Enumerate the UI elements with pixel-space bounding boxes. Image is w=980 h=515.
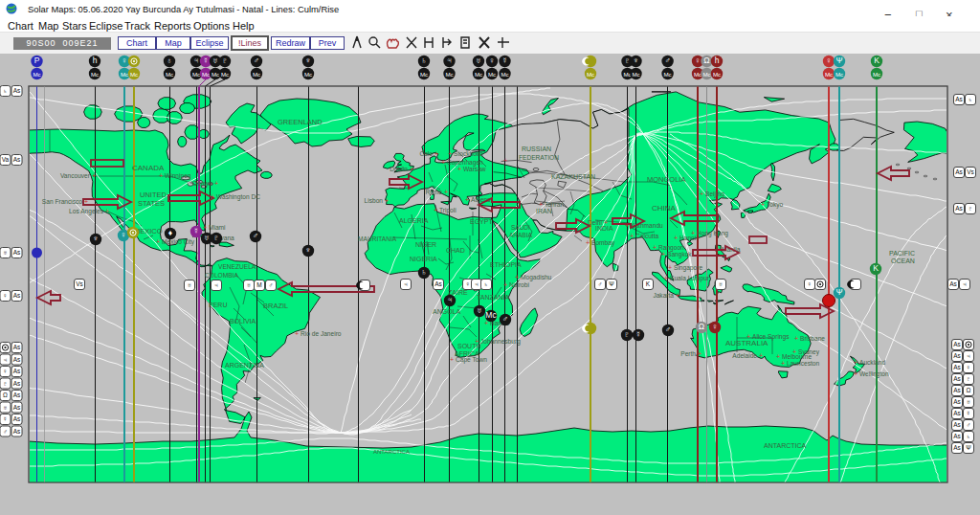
svg-text:TANZANIA: TANZANIA	[477, 294, 509, 301]
svg-text:Mc: Mc	[202, 71, 210, 78]
svg-text:Hong Kong: Hong Kong	[697, 230, 728, 237]
svg-text:+: +	[691, 230, 695, 236]
svg-text:♆: ♆	[305, 56, 311, 65]
svg-text:♃: ♃	[963, 280, 968, 287]
svg-text:♀: ♀	[808, 280, 813, 287]
svg-text:+: +	[854, 370, 858, 377]
svg-text:As: As	[13, 368, 21, 374]
svg-text:VENEZUELA: VENEZUELA	[218, 263, 256, 270]
svg-text:Alice Springs: Alice Springs	[752, 333, 790, 341]
svg-text:+: +	[295, 330, 299, 337]
svg-text:Ω: Ω	[967, 387, 971, 393]
svg-text:♇: ♇	[969, 205, 973, 212]
svg-text:CHAD: CHAD	[446, 247, 465, 254]
svg-text:ARABIA: ARABIA	[509, 232, 533, 238]
svg-text:+: +	[92, 172, 96, 179]
svg-text:+: +	[503, 157, 507, 164]
svg-text:+: +	[465, 196, 469, 203]
svg-text:As: As	[13, 356, 21, 363]
svg-text:As: As	[13, 404, 21, 411]
svg-text:☿: ☿	[3, 415, 8, 422]
svg-text:+: +	[653, 244, 657, 251]
svg-text:Mc: Mc	[445, 71, 453, 78]
svg-text:As: As	[953, 352, 961, 359]
svg-text:♂: ♂	[269, 281, 274, 288]
svg-text:Mc: Mc	[166, 71, 173, 78]
svg-text:Mc: Mc	[632, 71, 639, 78]
svg-text:+: +	[759, 352, 763, 359]
svg-text:♀: ♀	[466, 280, 471, 287]
svg-text:Melbourne: Melbourne	[782, 353, 812, 360]
svg-text:♃: ♃	[967, 352, 971, 359]
svg-text:As: As	[13, 428, 21, 435]
svg-text:+: +	[214, 180, 218, 187]
svg-text:♃: ♃	[475, 280, 479, 287]
svg-text:♇: ♇	[3, 380, 8, 387]
svg-text:♇: ♇	[222, 56, 228, 65]
svg-text:+: +	[203, 224, 207, 231]
svg-text:As: As	[13, 292, 21, 299]
svg-text:♂: ♂	[665, 325, 671, 334]
svg-text:Mc: Mc	[91, 71, 99, 78]
svg-text:Cape Town: Cape Town	[456, 356, 487, 364]
svg-text:Dublin: Dublin	[390, 166, 408, 172]
svg-text:Mc: Mc	[485, 310, 497, 320]
svg-text:+: +	[385, 197, 389, 204]
svg-text:Winnipeg: Winnipeg	[165, 172, 191, 180]
svg-text:As: As	[955, 96, 963, 102]
svg-text:☿: ☿	[203, 56, 209, 65]
svg-text:BOLIVIA: BOLIVIA	[230, 318, 256, 325]
svg-text:♀: ♀	[826, 56, 832, 65]
svg-text:ANGOLA: ANGOLA	[433, 308, 461, 315]
svg-text:As: As	[955, 205, 963, 212]
svg-text:Mc: Mc	[713, 71, 721, 78]
svg-text:♃: ♃	[447, 295, 453, 304]
svg-text:♇: ♇	[213, 233, 219, 242]
svg-text:♅: ♅	[188, 281, 192, 288]
svg-text:Delhi: Delhi	[588, 219, 603, 226]
svg-text:As: As	[949, 280, 957, 287]
svg-text:♄: ♄	[969, 96, 973, 102]
svg-text:♅: ♅	[204, 233, 210, 242]
svg-text:As: As	[955, 168, 963, 175]
svg-text:+: +	[604, 219, 608, 226]
svg-text:Brisbane: Brisbane	[800, 335, 825, 342]
svg-text:♀: ♀	[122, 56, 127, 65]
svg-text:+: +	[625, 222, 629, 229]
svg-text:♅: ♅	[247, 281, 252, 288]
svg-text:Lisbon: Lisbon	[365, 197, 384, 204]
svg-text:NIGER: NIGER	[415, 241, 436, 248]
svg-text:+: +	[434, 207, 437, 213]
svg-text:h: h	[93, 56, 98, 65]
svg-text:♄: ♄	[421, 267, 427, 277]
svg-text:♀: ♀	[3, 292, 8, 299]
svg-text:As: As	[13, 249, 21, 256]
svg-text:As: As	[953, 375, 961, 382]
svg-text:Mc: Mc	[212, 71, 219, 78]
svg-text:Mc: Mc	[253, 71, 260, 78]
svg-text:As: As	[13, 156, 21, 163]
svg-text:ARGENTINA: ARGENTINA	[225, 362, 264, 369]
svg-text:♂: ♂	[598, 280, 603, 287]
svg-text:♁: ♁	[167, 56, 172, 65]
svg-text:Beijing: Beijing	[705, 190, 724, 198]
svg-text:Wellington: Wellington	[859, 370, 889, 378]
svg-text:Los Angeles: Los Angeles	[69, 208, 104, 215]
svg-text:RUSSIAN: RUSSIAN	[522, 146, 551, 152]
svg-text:♂: ♂	[502, 314, 508, 324]
svg-text:GREENLAND: GREENLAND	[278, 118, 323, 126]
svg-text:+: +	[457, 166, 461, 172]
svg-text:♇: ♇	[624, 56, 630, 65]
svg-text:Launceston: Launceston	[787, 360, 819, 367]
svg-text:♂: ♂	[253, 231, 258, 240]
svg-text:K: K	[874, 56, 880, 65]
svg-text:♅: ♅	[3, 249, 8, 256]
svg-text:As: As	[953, 341, 961, 347]
svg-text:+: +	[661, 251, 665, 258]
svg-text:Miami: Miami	[209, 224, 226, 231]
svg-text:Mc: Mc	[33, 71, 40, 78]
svg-text:Ω: Ω	[699, 322, 704, 331]
svg-text:As: As	[13, 344, 21, 350]
svg-text:☿: ☿	[635, 329, 641, 339]
svg-text:+: +	[410, 166, 413, 172]
